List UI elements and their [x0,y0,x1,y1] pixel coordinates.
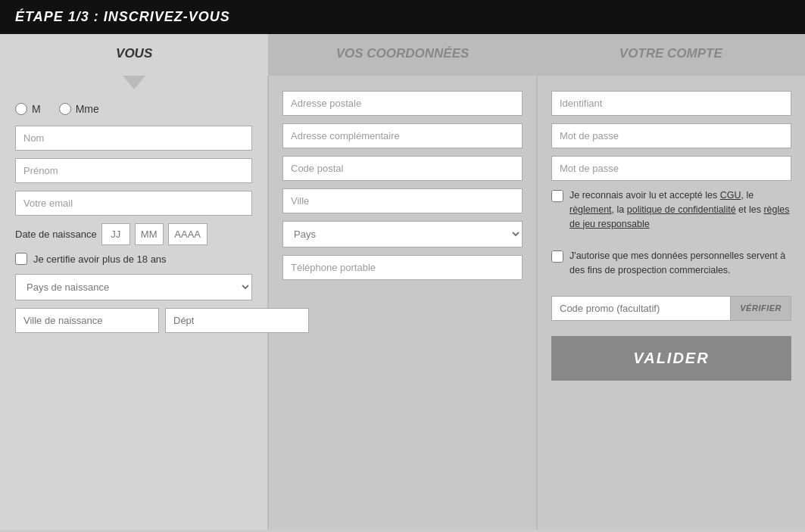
promo-input[interactable] [551,296,730,321]
cgu-label[interactable]: Je reconnais avoir lu et accepté les CGU… [569,188,791,231]
pays-select[interactable]: Pays France Belgique Suisse Canada [282,221,523,247]
prenom-input[interactable] [15,158,252,183]
verify-button[interactable]: VÉRIFIER [730,296,791,321]
valider-button[interactable]: VALIDER [551,336,791,381]
politique-link[interactable]: politique de confidentialité [627,204,736,215]
account-column: Je reconnais avoir lu et accepté les CGU… [538,76,805,530]
adresse-comp-input[interactable] [282,123,523,148]
certifie-label[interactable]: Je certifie avoir plus de 18 ans [33,254,167,265]
dob-year-input[interactable] [168,223,207,245]
password-input[interactable] [551,123,791,148]
dob-day-input[interactable] [101,223,130,245]
gender-m-radio[interactable] [15,103,27,115]
identifiant-input[interactable] [551,91,791,116]
ville-dept-row [15,308,252,333]
promo-row: VÉRIFIER [551,296,791,321]
page-header: ÉTAPE 1/3 : INSCRIVEZ-VOUS [0,0,805,34]
certifie-checkbox[interactable] [15,253,27,265]
step-bar: VOUS VOS COORDONNÉES VOTRE COMPTE [0,34,805,76]
step-compte: VOTRE COMPTE [537,34,805,76]
coords-column: Pays France Belgique Suisse Canada [269,76,538,530]
password2-input[interactable] [551,156,791,181]
ville-input[interactable] [282,188,523,213]
cgu-block: Je reconnais avoir lu et accepté les CGU… [551,188,791,238]
gender-mme-radio[interactable] [59,103,71,115]
nom-input[interactable] [15,126,252,151]
pays-naissance-select[interactable]: Pays de naissance France Belgique Suisse… [15,274,252,300]
reglement-link[interactable]: règlement [569,204,612,215]
adresse-input[interactable] [282,91,523,116]
cgu-checkbox[interactable] [551,190,563,202]
gender-mme-option[interactable]: Mme [59,103,99,115]
step-vous: VOUS [0,34,268,76]
code-postal-input[interactable] [282,156,523,181]
dob-row: Date de naissance [15,223,252,245]
dob-month-input[interactable] [135,223,164,245]
main-content: M Mme Date de naissance Je certifie avoi… [0,76,805,530]
gender-m-option[interactable]: M [15,103,41,115]
commercial-block: J'autorise que mes données personnelles … [551,249,791,285]
email-input[interactable] [15,191,252,216]
commercial-label[interactable]: J'autorise que mes données personnelles … [569,249,791,278]
step-arrow [123,76,145,89]
gender-row: M Mme [15,103,252,115]
step-coordonnees: VOS COORDONNÉES [268,34,536,76]
telephone-input[interactable] [282,255,523,280]
commercial-checkbox[interactable] [551,250,563,263]
dob-label: Date de naissance [15,229,97,240]
page-title: ÉTAPE 1/3 : INSCRIVEZ-VOUS [15,9,230,24]
certifie-row: Je certifie avoir plus de 18 ans [15,253,252,265]
ville-naissance-input[interactable] [15,308,159,333]
dept-input[interactable] [165,308,309,333]
cgu-link[interactable]: CGU [720,190,741,201]
vous-column: M Mme Date de naissance Je certifie avoi… [0,76,269,530]
